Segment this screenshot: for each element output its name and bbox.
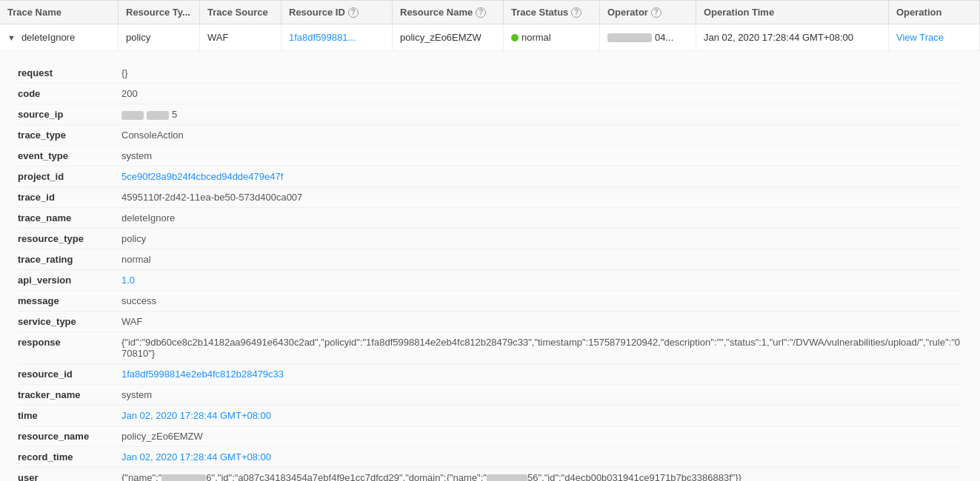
trace-name-value: deleteIgnore (21, 32, 75, 43)
row-operator: 04... (600, 24, 696, 50)
user-middle-text: 6","id":"a087c34183454a7ebf4f9e1cc7dfcd2… (206, 472, 487, 481)
row-trace-name: ▼ deleteIgnore (0, 24, 119, 50)
operation-label: Operation (896, 7, 941, 18)
row-resource-id: 1fa8df599881... (281, 24, 393, 50)
detail-value: policy (121, 233, 962, 244)
operation-time-label: Operation Time (704, 7, 774, 18)
detail-row: trace_ratingnormal (18, 249, 962, 270)
detail-label: source_ip (18, 109, 121, 120)
detail-value: normal (121, 254, 962, 265)
view-trace-link[interactable]: View Trace (896, 32, 944, 43)
detail-row: trace_typeConsoleAction (18, 125, 962, 146)
table-header: Trace Name Resource Ty... Trace Source R… (0, 0, 980, 24)
operator-label: Operator (607, 7, 648, 18)
trace-source-value: WAF (207, 32, 228, 43)
detail-value: 1.0 (121, 275, 962, 286)
resource-name-value: policy_zEo6EMZW (400, 32, 481, 43)
user-prefix-text: {"name":" (121, 472, 161, 481)
detail-label: response (18, 337, 121, 348)
resource-name-help-icon[interactable]: ? (476, 7, 486, 18)
resource-type-value: policy (126, 32, 150, 43)
detail-value: {} (121, 67, 962, 78)
detail-value: system (121, 150, 962, 161)
detail-row: resource_id1fa8df5998814e2eb4fc812b28479… (18, 364, 962, 385)
detail-value: system (121, 389, 962, 400)
detail-row: messagesuccess (18, 291, 962, 312)
ip-suffix: 5 (172, 109, 177, 120)
detail-label: service_type (18, 316, 121, 327)
detail-label: trace_rating (18, 254, 121, 265)
row-resource-name: policy_zEo6EMZW (393, 24, 504, 50)
trace-name-label: Trace Name (7, 7, 61, 18)
col-header-operation-time: Operation Time (696, 1, 889, 24)
resource-id-link[interactable]: 1fa8df599881... (289, 32, 356, 43)
detail-label: tracker_name (18, 389, 121, 400)
detail-label: code (18, 88, 121, 99)
detail-label: message (18, 295, 121, 306)
col-header-trace-name: Trace Name (0, 1, 119, 24)
col-header-trace-status: Trace Status ? (504, 1, 600, 24)
detail-label: resource_id (18, 369, 121, 380)
detail-row: timeJan 02, 2020 17:28:44 GMT+08:00 (18, 406, 962, 426)
col-header-operation: Operation (889, 1, 980, 24)
resource-type-label: Resource Ty... (126, 7, 190, 18)
resource-id-help-icon[interactable]: ? (348, 7, 359, 18)
detail-row: resource_namepolicy_zEo6EMZW (18, 426, 962, 447)
detail-label: resource_type (18, 233, 121, 244)
operator-blurred (607, 33, 652, 42)
table-container: Trace Name Resource Ty... Trace Source R… (0, 0, 980, 481)
detail-row: request{} (18, 63, 962, 84)
detail-panel: request{}code200source_ip5trace_typeCons… (0, 51, 980, 481)
detail-row: user{"name":"6","id":"a087c34183454a7ebf… (18, 468, 962, 481)
detail-value: 4595110f-2d42-11ea-be50-573d400ca007 (121, 192, 962, 203)
detail-row: source_ip5 (18, 104, 962, 125)
detail-label: resource_name (18, 431, 121, 442)
detail-value: {"id":"9db60ce8c2b14182aa96491e6430c2ad"… (121, 337, 962, 359)
detail-row: code200 (18, 84, 962, 104)
operator-suffix-value: 04... (655, 32, 673, 43)
operation-time-value: Jan 02, 2020 17:28:44 GMT+08:00 (704, 32, 853, 43)
row-operation: View Trace (889, 24, 980, 50)
detail-value: success (121, 295, 962, 306)
table-row: ▼ deleteIgnore policy WAF 1fa8df599881..… (0, 24, 980, 51)
detail-row: project_id5ce90f28a9b24f4cbced94dde479e4… (18, 166, 962, 187)
user-blurred1 (161, 474, 206, 481)
detail-value: {"name":"6","id":"a087c34183454a7ebf4f9e… (121, 472, 962, 481)
resource-name-label: Resource Name (400, 7, 473, 18)
detail-row: service_typeWAF (18, 312, 962, 332)
detail-row: trace_namedeleteIgnore (18, 208, 962, 229)
col-header-resource-name: Resource Name ? (393, 1, 504, 24)
status-text: normal (521, 32, 551, 43)
user-suffix-text: 56","id":"d4ecb00b031941ce9171b7bc338688… (527, 472, 741, 481)
trace-source-label: Trace Source (207, 7, 268, 18)
detail-label: api_version (18, 275, 121, 286)
resource-id-label: Resource ID (289, 7, 345, 18)
detail-value: WAF (121, 316, 962, 327)
detail-value: 5 (121, 109, 962, 120)
detail-label: event_type (18, 150, 121, 161)
detail-value: ConsoleAction (121, 130, 962, 141)
detail-value[interactable]: 5ce90f28a9b24f4cbced94dde479e47f (121, 171, 962, 182)
blurred-ip-part1 (121, 111, 144, 120)
operator-help-icon[interactable]: ? (651, 7, 661, 18)
detail-row: trace_id4595110f-2d42-11ea-be50-573d400c… (18, 187, 962, 208)
detail-label: user (18, 472, 121, 481)
detail-label: record_time (18, 451, 121, 462)
detail-label: trace_name (18, 212, 121, 223)
detail-label: trace_type (18, 130, 121, 141)
detail-row: resource_typepolicy (18, 229, 962, 249)
row-trace-source: WAF (200, 24, 281, 50)
expand-arrow-icon[interactable]: ▼ (7, 33, 16, 42)
row-resource-type: policy (119, 24, 200, 50)
detail-value[interactable]: 1fa8df5998814e2eb4fc812b28479c33 (121, 369, 962, 380)
trace-status-help-icon[interactable]: ? (571, 7, 581, 18)
detail-row: response{"id":"9db60ce8c2b14182aa96491e6… (18, 332, 962, 364)
detail-value: 200 (121, 88, 962, 99)
row-trace-status: normal (504, 24, 600, 50)
user-blurred2 (487, 474, 527, 481)
detail-value: Jan 02, 2020 17:28:44 GMT+08:00 (121, 410, 962, 421)
col-header-trace-source: Trace Source (200, 1, 281, 24)
detail-value: policy_zEo6EMZW (121, 431, 962, 442)
detail-value: deleteIgnore (121, 212, 962, 223)
detail-row: tracker_namesystem (18, 385, 962, 406)
